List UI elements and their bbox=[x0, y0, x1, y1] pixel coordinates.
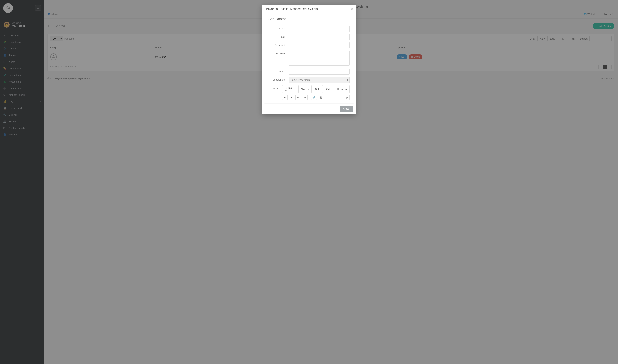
modal-title: Add Doctor bbox=[264, 13, 354, 25]
label-name: Name bbox=[268, 26, 289, 30]
label-phone: Phone bbox=[268, 69, 289, 73]
phone-input[interactable] bbox=[289, 69, 350, 75]
add-doctor-modal: Bayanno Hospital Management System × Add… bbox=[262, 5, 356, 81]
modal-header: Bayanno Hospital Management System × bbox=[262, 5, 356, 13]
department-select[interactable]: Select Department ▴▾ bbox=[289, 77, 350, 81]
email-input[interactable] bbox=[289, 34, 350, 40]
label-address: Address bbox=[268, 51, 289, 55]
modal-overlay[interactable]: Bayanno Hospital Management System × Add… bbox=[0, 0, 618, 81]
label-email: Email bbox=[268, 34, 289, 38]
password-input[interactable] bbox=[289, 42, 350, 48]
select-arrow-icon: ▴▾ bbox=[347, 79, 348, 81]
label-password: Password bbox=[268, 42, 289, 47]
name-input[interactable] bbox=[289, 26, 350, 32]
label-department: Department bbox=[268, 77, 289, 81]
modal-close-icon[interactable]: × bbox=[351, 7, 353, 11]
address-textarea[interactable] bbox=[289, 51, 350, 66]
